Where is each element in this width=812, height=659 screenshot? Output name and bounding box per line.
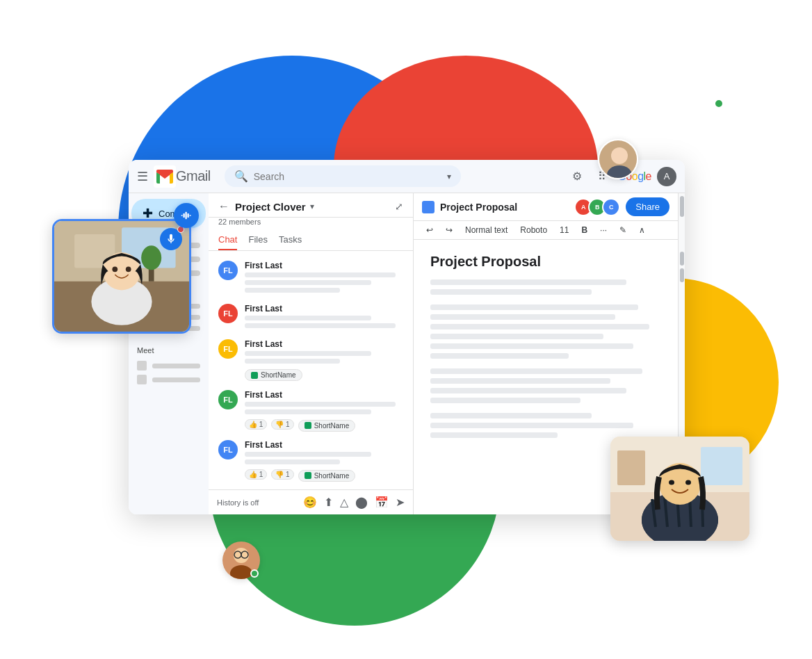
drive-icon[interactable]: △ xyxy=(340,496,348,509)
voice-button[interactable] xyxy=(160,228,182,250)
font-dropdown[interactable]: Roboto xyxy=(516,224,551,236)
doc-line-1 xyxy=(430,279,626,285)
send-icon[interactable]: ➤ xyxy=(396,496,405,509)
doc-toolbar-bottom: ↩ ↪ Normal text Roboto 11 B ··· ✎ ∧ xyxy=(414,221,678,240)
video-voice-controls[interactable] xyxy=(160,228,182,250)
meet-label: Meet xyxy=(137,346,154,355)
font-size-dropdown[interactable]: 11 xyxy=(555,224,573,236)
doc-line-8 xyxy=(430,353,569,359)
chat-room-dropdown-icon[interactable]: ▾ xyxy=(310,202,314,211)
scrollbar-thumb[interactable] xyxy=(680,196,684,217)
msg-line-1a xyxy=(245,272,396,277)
msg-line-1b xyxy=(245,280,371,285)
msg-reactions-5: 👍 1 👎 1 ShortName xyxy=(245,467,403,482)
svg-rect-21 xyxy=(186,212,187,220)
svg-point-1 xyxy=(611,147,628,164)
redo-button[interactable]: ↪ xyxy=(441,224,457,236)
msg-line-5a xyxy=(245,452,371,457)
floating-avatar-top-right xyxy=(598,139,638,179)
doc-line-9 xyxy=(430,368,642,374)
svg-point-14 xyxy=(141,245,161,270)
doc-toolbar-top: Project Proposal A B C Share xyxy=(414,193,678,221)
tab-files[interactable]: Files xyxy=(248,230,267,250)
video-thumbnail-left xyxy=(52,219,191,334)
more-options-button[interactable]: ··· xyxy=(596,224,611,236)
search-input[interactable] xyxy=(254,171,447,182)
msg-avatar-5: FL xyxy=(218,440,238,459)
edit-icon[interactable]: ✎ xyxy=(615,224,631,236)
msg-line-1c xyxy=(245,288,340,293)
chat-room-name: Project Clover xyxy=(235,201,306,213)
chat-message-4: FL First Last 👍 1 👎 1 ShortName xyxy=(209,386,413,436)
meet-item-1[interactable] xyxy=(137,359,200,373)
msg-name-3: First Last xyxy=(245,339,403,349)
svg-rect-22 xyxy=(188,213,189,218)
msg-avatar-3: FL xyxy=(218,339,238,359)
doc-line-3 xyxy=(430,304,638,310)
tab-tasks[interactable]: Tasks xyxy=(279,230,302,250)
online-indicator-bottom xyxy=(250,569,259,578)
search-bar[interactable]: 🔍 ▾ xyxy=(225,165,461,187)
undo-button[interactable]: ↩ xyxy=(422,224,437,236)
svg-point-17 xyxy=(112,266,117,272)
user-avatar-header[interactable]: A xyxy=(657,167,676,186)
online-indicator-top xyxy=(714,99,724,108)
meet-header: Meet xyxy=(137,346,200,355)
meet-icon[interactable]: ⬤ xyxy=(355,496,368,509)
msg-name-1: First Last xyxy=(245,261,403,270)
doc-title: Project Proposal xyxy=(440,202,569,213)
svg-rect-26 xyxy=(617,450,645,485)
msg-chip-3: ShortName xyxy=(245,369,302,381)
doc-line-12 xyxy=(430,398,580,403)
chat-expand-icon[interactable]: ⤢ xyxy=(395,201,403,212)
video-person-right xyxy=(610,437,749,541)
reaction-thumbsup-5[interactable]: 👍 1 xyxy=(245,469,267,480)
doc-line-15 xyxy=(430,432,558,438)
msg-line-4a xyxy=(245,402,396,407)
scrollbar-thumb-2[interactable] xyxy=(680,252,684,266)
doc-line-13 xyxy=(430,413,592,418)
msg-name-5: First Last xyxy=(245,440,403,450)
g-red2: e xyxy=(646,170,651,182)
doc-line-6 xyxy=(430,334,603,339)
calendar-icon[interactable]: 📅 xyxy=(375,496,389,509)
reaction-thumbsup-4[interactable]: 👍 1 xyxy=(245,419,267,430)
svg-point-18 xyxy=(126,266,131,272)
meet-section: Meet xyxy=(131,343,206,389)
msg-content-4: First Last 👍 1 👎 1 ShortName xyxy=(245,390,403,432)
share-button[interactable]: Share xyxy=(626,197,669,216)
meet-indicator[interactable] xyxy=(174,203,199,228)
tab-chat[interactable]: Chat xyxy=(218,230,237,250)
doc-heading: Project Proposal xyxy=(430,254,661,270)
gmail-body: ✚ Compose Rooms 3 xyxy=(129,193,685,514)
svg-point-36 xyxy=(669,480,674,485)
msg-line-4b xyxy=(245,409,371,414)
chip-label-3: ShortName xyxy=(261,371,296,379)
scrollbar-thumb-3[interactable] xyxy=(680,268,684,282)
chat-footer: History is off 😊 ⬆ △ ⬤ 📅 ➤ xyxy=(209,489,413,514)
emoji-icon[interactable]: 😊 xyxy=(303,496,317,509)
meet-item-2[interactable] xyxy=(137,373,200,387)
history-off-label: History is off xyxy=(217,498,296,507)
bold-button[interactable]: B xyxy=(577,224,592,236)
upload-icon[interactable]: ⬆ xyxy=(324,496,333,509)
chat-panel-header: ← Project Clover ▾ ⤢ xyxy=(209,193,413,218)
search-dropdown-arrow[interactable]: ▾ xyxy=(447,172,451,181)
collapse-icon[interactable]: ∧ xyxy=(635,224,649,236)
normal-text-dropdown[interactable]: Normal text xyxy=(461,224,512,236)
menu-icon[interactable]: ☰ xyxy=(137,169,148,184)
gmail-window: ☰ Gmail 🔍 ▾ ⚙ ⠿ Google A ✚ xyxy=(129,160,685,514)
settings-icon-btn[interactable]: ⚙ xyxy=(567,167,587,186)
chat-room-info: Project Clover ▾ xyxy=(235,201,314,213)
msg-reactions-4: 👍 1 👎 1 ShortName xyxy=(245,417,403,432)
reaction-thumbsdown-5[interactable]: 👎 1 xyxy=(271,469,293,480)
msg-name-4: First Last xyxy=(245,390,403,400)
doc-line-11 xyxy=(430,388,626,393)
msg-content-1: First Last xyxy=(245,261,403,295)
reaction-thumbsdown-4[interactable]: 👎 1 xyxy=(271,419,293,430)
doc-icon xyxy=(422,201,435,213)
svg-rect-20 xyxy=(184,213,185,218)
back-arrow-icon[interactable]: ← xyxy=(218,200,229,213)
meet-icon-2 xyxy=(137,375,147,384)
doc-avatar-group: A B C xyxy=(574,198,620,216)
